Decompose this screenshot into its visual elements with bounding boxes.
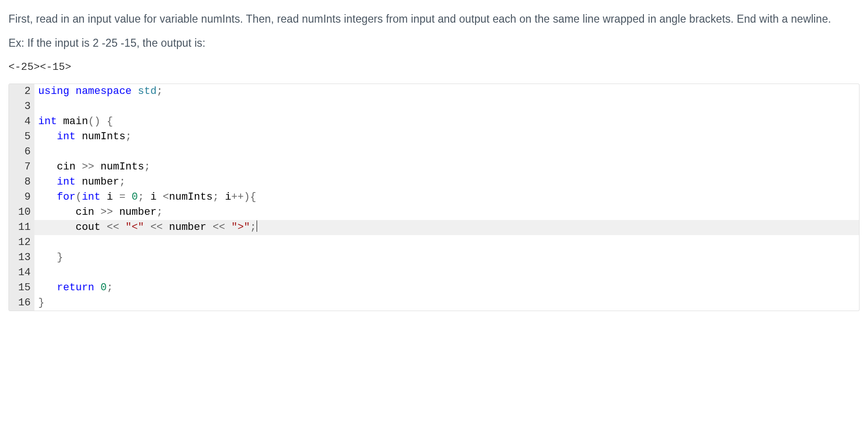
line-number: 3 (9, 99, 34, 114)
code-token: } (38, 297, 44, 309)
code-token (132, 85, 138, 97)
code-content[interactable]: cin >> number; (34, 205, 859, 220)
code-line[interactable]: 9 for(int i = 0; i <numInts; i++){ (9, 190, 859, 205)
line-number: 7 (9, 160, 34, 175)
code-token (38, 252, 57, 263)
code-line[interactable]: 14 (9, 265, 859, 280)
code-line[interactable]: 12 (9, 235, 859, 250)
code-token (75, 176, 82, 188)
code-line[interactable]: 13 } (9, 250, 859, 265)
code-token (100, 116, 107, 127)
code-content[interactable] (34, 99, 859, 114)
code-line[interactable]: 6 (9, 144, 859, 160)
code-content[interactable] (34, 265, 859, 280)
code-content[interactable]: for(int i = 0; i <numInts; i++){ (34, 190, 859, 205)
code-token: number (169, 221, 206, 233)
code-line[interactable]: 3 (9, 99, 859, 114)
code-content[interactable]: cout << "<" << number << ">"; (34, 220, 859, 235)
code-token: 0 (100, 282, 107, 294)
code-token: ; (144, 161, 150, 173)
code-token (38, 282, 57, 294)
code-token: cout (75, 221, 100, 233)
code-token: () (88, 116, 100, 127)
code-token: ">" (231, 221, 250, 233)
line-number: 12 (9, 235, 34, 250)
code-line[interactable]: 15 return 0; (9, 280, 859, 295)
line-number: 10 (9, 205, 34, 220)
code-token (38, 191, 57, 203)
code-token (38, 221, 75, 233)
code-token (125, 191, 132, 203)
code-line[interactable]: 8 int number; (9, 175, 859, 190)
code-token: >> (100, 206, 113, 218)
code-token: ( (75, 191, 82, 203)
code-line[interactable]: 7 cin >> numInts; (9, 160, 859, 175)
code-token (157, 191, 163, 203)
code-content[interactable]: int numInts; (34, 129, 859, 144)
code-token: return (57, 282, 94, 294)
code-token (94, 161, 100, 173)
code-content[interactable]: int number; (34, 175, 859, 190)
code-line[interactable]: 5 int numInts; (9, 129, 859, 144)
code-token: } (57, 252, 63, 263)
sample-output: <-25><-15> (8, 60, 860, 75)
code-token (75, 161, 82, 173)
code-line[interactable]: 11 cout << "<" << number << ">"; (9, 220, 859, 235)
code-token: ; (138, 191, 144, 203)
code-token: = (119, 191, 125, 203)
code-content[interactable]: cin >> numInts; (34, 160, 859, 175)
code-token: ; (213, 191, 219, 203)
page-container: First, read in an input value for variab… (0, 0, 868, 330)
line-number: 14 (9, 265, 34, 280)
code-token: number (82, 176, 119, 188)
code-token (225, 221, 231, 233)
code-content[interactable] (34, 235, 859, 250)
code-token: using (38, 85, 69, 97)
code-token: int (57, 176, 76, 188)
code-line[interactable]: 10 cin >> number; (9, 205, 859, 220)
code-token: ; (157, 85, 163, 97)
code-token (119, 221, 125, 233)
text-caret (257, 220, 257, 232)
code-line[interactable]: 16} (9, 295, 859, 311)
code-token (69, 85, 75, 97)
code-token: number (119, 206, 157, 218)
code-content[interactable]: int main() { (34, 114, 859, 129)
code-token: << (213, 221, 225, 233)
question-text: First, read in an input value for variab… (8, 11, 860, 75)
code-content[interactable] (34, 144, 859, 160)
line-number: 15 (9, 280, 34, 295)
code-token: ; (119, 176, 125, 188)
code-content[interactable]: } (34, 250, 859, 265)
code-token: >> (82, 161, 94, 173)
code-token: ; (157, 206, 163, 218)
line-number: 11 (9, 220, 34, 235)
code-token: numInts (100, 161, 144, 173)
question-paragraph-2: Ex: If the input is 2 -25 -15, the outpu… (8, 35, 860, 51)
code-token: numInts (82, 131, 125, 143)
code-token: std (138, 85, 157, 97)
code-token (206, 221, 212, 233)
code-token (38, 206, 75, 218)
code-token: ; (125, 131, 132, 143)
code-line[interactable]: 2using namespace std; (9, 84, 859, 99)
code-token: for (57, 191, 76, 203)
code-token (163, 221, 169, 233)
code-token (38, 176, 57, 188)
line-number: 13 (9, 250, 34, 265)
code-token: main (63, 116, 88, 127)
line-number: 8 (9, 175, 34, 190)
code-line[interactable]: 4int main() { (9, 114, 859, 129)
code-token (113, 191, 119, 203)
code-editor[interactable]: 2using namespace std;34int main() {5 int… (8, 84, 860, 311)
code-token (100, 221, 107, 233)
line-number: 4 (9, 114, 34, 129)
code-token: i (107, 191, 113, 203)
code-content[interactable]: using namespace std; (34, 84, 859, 99)
code-content[interactable]: return 0; (34, 280, 859, 295)
code-token (94, 282, 100, 294)
line-number: 9 (9, 190, 34, 205)
code-token (219, 191, 225, 203)
code-content[interactable]: } (34, 295, 859, 311)
code-token (144, 221, 150, 233)
